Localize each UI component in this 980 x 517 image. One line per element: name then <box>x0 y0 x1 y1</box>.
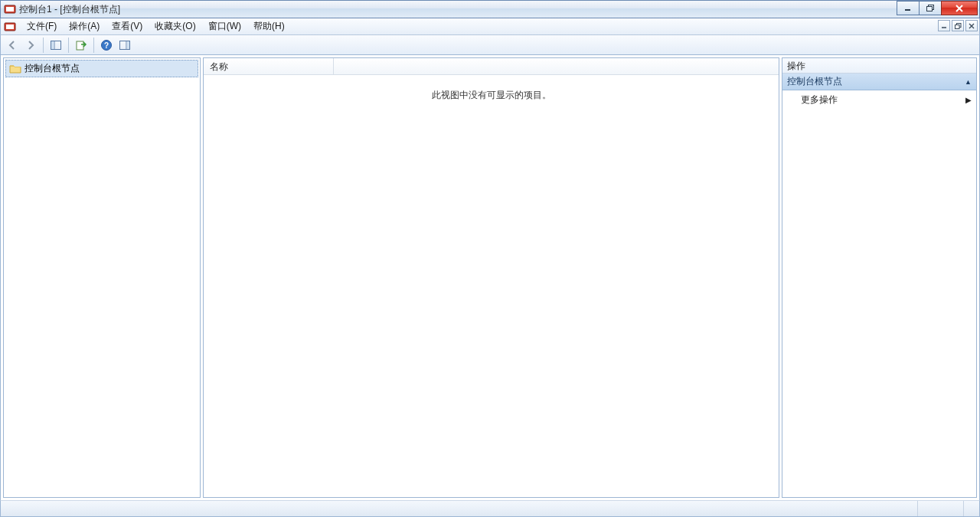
titlebar: 控制台1 - [控制台根节点] <box>0 0 980 18</box>
column-header-name[interactable]: 名称 <box>204 58 334 74</box>
svg-rect-3 <box>926 6 932 11</box>
mmc-doc-icon <box>4 21 16 33</box>
content-area: 控制台根节点 名称 此视图中没有可显示的项目。 操作 控制台根节点 ▲ 更多操作… <box>0 55 980 500</box>
menubar: 文件(F) 操作(A) 查看(V) 收藏夹(O) 窗口(W) 帮助(H) <box>0 18 980 35</box>
mdi-controls <box>936 20 978 31</box>
action-more-actions[interactable]: 更多操作 ▶ <box>782 90 976 110</box>
action-section-label: 控制台根节点 <box>787 75 842 88</box>
list-pane: 名称 此视图中没有可显示的项目。 <box>203 57 779 498</box>
menu-help[interactable]: 帮助(H) <box>247 18 291 34</box>
svg-rect-5 <box>6 25 14 29</box>
window-controls <box>897 1 978 15</box>
minimize-button[interactable] <box>897 1 920 15</box>
svg-text:?: ? <box>104 41 109 50</box>
window-title: 控制台1 - [控制台根节点] <box>19 3 120 16</box>
menu-view[interactable]: 查看(V) <box>106 18 149 34</box>
toolbar-separator <box>43 38 44 53</box>
tree-root-label: 控制台根节点 <box>24 62 80 75</box>
restore-button[interactable] <box>919 1 942 15</box>
svg-rect-16 <box>127 41 130 49</box>
statusbar <box>0 500 980 517</box>
close-button[interactable] <box>941 1 978 15</box>
tree-pane: 控制台根节点 <box>3 57 201 498</box>
export-list-button[interactable] <box>73 37 90 54</box>
collapse-icon: ▲ <box>965 78 972 86</box>
status-cell-2 <box>918 501 964 516</box>
svg-rect-7 <box>955 25 959 28</box>
svg-rect-11 <box>77 41 83 50</box>
tree-root-node[interactable]: 控制台根节点 <box>5 60 198 77</box>
help-button[interactable]: ? <box>98 37 115 54</box>
app-icon <box>4 3 16 15</box>
action-section-title[interactable]: 控制台根节点 ▲ <box>782 74 976 90</box>
status-cell-main <box>1 501 918 516</box>
menu-window[interactable]: 窗口(W) <box>202 18 247 34</box>
action-pane: 操作 控制台根节点 ▲ 更多操作 ▶ <box>782 57 977 498</box>
toolbar: ? <box>0 35 980 55</box>
toolbar-separator-2 <box>68 38 69 53</box>
menu-favorites[interactable]: 收藏夹(O) <box>149 18 201 34</box>
menu-file[interactable]: 文件(F) <box>21 18 63 34</box>
show-hide-action-pane-button[interactable] <box>116 37 133 54</box>
action-more-actions-label: 更多操作 <box>801 93 838 106</box>
menu-action[interactable]: 操作(A) <box>63 18 106 34</box>
empty-list-message: 此视图中没有可显示的项目。 <box>204 89 779 102</box>
column-header-empty <box>334 58 779 74</box>
svg-rect-10 <box>51 41 54 49</box>
mdi-restore-button[interactable] <box>952 20 964 31</box>
status-grip <box>964 501 979 516</box>
mdi-minimize-button[interactable] <box>938 20 950 31</box>
toolbar-separator-3 <box>93 38 94 53</box>
show-hide-tree-button[interactable] <box>47 37 64 54</box>
back-button[interactable] <box>4 37 21 54</box>
list-header: 名称 <box>204 58 779 75</box>
folder-icon <box>9 63 21 75</box>
svg-rect-1 <box>6 7 14 11</box>
mdi-close-button[interactable] <box>965 20 978 31</box>
forward-button[interactable] <box>22 37 39 54</box>
chevron-right-icon: ▶ <box>965 96 972 104</box>
action-pane-header: 操作 <box>782 58 976 74</box>
